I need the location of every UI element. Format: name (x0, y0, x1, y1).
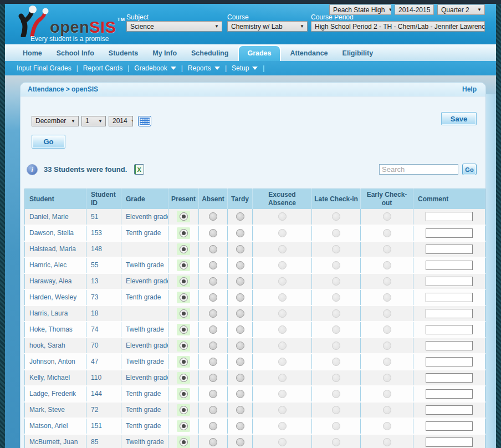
absent-radio[interactable] (209, 212, 217, 221)
tardy-radio[interactable] (236, 277, 244, 286)
comment-input[interactable] (426, 405, 473, 415)
absent-radio[interactable] (209, 342, 217, 350)
tardy-radio[interactable] (236, 245, 244, 253)
tab-attendance[interactable]: Attendance (283, 45, 335, 61)
absent-radio[interactable] (209, 406, 217, 414)
tardy-radio[interactable] (236, 229, 244, 237)
go-button[interactable]: Go (32, 135, 65, 149)
month-select[interactable]: December ▼ (32, 116, 79, 126)
search-input[interactable] (379, 164, 458, 175)
tardy-radio[interactable] (236, 406, 244, 414)
help-link[interactable]: Help (462, 85, 477, 93)
absent-radio[interactable] (209, 374, 217, 382)
present-radio[interactable] (180, 342, 188, 350)
present-radio[interactable] (180, 261, 188, 269)
search-go-button[interactable]: Go (462, 164, 477, 175)
present-radio[interactable] (180, 422, 188, 430)
comment-input[interactable] (426, 212, 473, 221)
present-radio[interactable] (180, 325, 188, 334)
tab-home[interactable]: Home (16, 45, 49, 61)
grade-cell: Twelth grade (121, 354, 168, 370)
excel-export-icon[interactable]: X (134, 164, 144, 175)
subnav-item-report-cards[interactable]: Report Cards (83, 64, 122, 72)
year-select[interactable]: 2014 ▼ (109, 116, 133, 126)
comment-input[interactable] (426, 325, 473, 334)
comment-input[interactable] (426, 389, 473, 399)
present-radio[interactable] (180, 277, 188, 286)
tardy-radio[interactable] (236, 390, 244, 398)
absent-radio[interactable] (209, 422, 217, 430)
absent-radio[interactable] (209, 358, 217, 366)
present-radio[interactable] (180, 390, 188, 398)
comment-input[interactable] (426, 261, 473, 270)
comment-input[interactable] (426, 437, 473, 447)
tardy-radio[interactable] (236, 422, 244, 430)
day-select[interactable]: 1 ▼ (81, 116, 106, 126)
present-radio[interactable] (180, 309, 188, 318)
absent-radio[interactable] (209, 229, 217, 237)
chevron-down-icon: ▼ (98, 119, 103, 124)
tardy-radio[interactable] (236, 374, 244, 382)
absent-radio[interactable] (209, 277, 217, 286)
tab-grades[interactable]: Grades (238, 45, 280, 61)
present-radio[interactable] (180, 229, 188, 237)
chevron-down-icon: ▼ (300, 24, 304, 29)
absent-radio[interactable] (209, 438, 217, 446)
school-year-select[interactable]: 2014-2015 ▼ (395, 4, 434, 15)
absent-radio[interactable] (209, 309, 217, 318)
present-radio[interactable] (180, 358, 188, 366)
subnav-item-reports[interactable]: Reports (188, 64, 220, 72)
comment-input[interactable] (426, 373, 473, 383)
absent-radio[interactable] (209, 293, 217, 302)
tardy-radio[interactable] (236, 358, 244, 366)
tardy-radio[interactable] (236, 309, 244, 318)
absent-radio[interactable] (209, 261, 217, 269)
subnav-item-input-final-grades[interactable]: Input Final Grades (17, 64, 71, 72)
comment-input[interactable] (426, 245, 473, 254)
table-header-row: StudentStudent IDGradePresentAbsentTardy… (25, 189, 485, 209)
present-radio[interactable] (180, 438, 188, 446)
absent-radio[interactable] (209, 390, 217, 398)
early-checkout-radio (383, 422, 391, 430)
subnav-item-gradebook[interactable]: Gradebook (134, 64, 176, 72)
tardy-radio[interactable] (236, 325, 244, 334)
calendar-icon[interactable] (138, 116, 151, 126)
comment-input[interactable] (426, 309, 473, 318)
content-panel: Attendance > openSIS Help December ▼ 1 ▼… (20, 82, 486, 448)
tab-eligibility[interactable]: Eligibility (335, 45, 381, 61)
tardy-radio[interactable] (236, 293, 244, 302)
tab-scheduling[interactable]: Scheduling (184, 45, 236, 61)
present-radio[interactable] (180, 245, 188, 253)
scrollbar-track[interactable] (484, 94, 496, 448)
tab-my-info[interactable]: My Info (145, 45, 184, 61)
subnav-item-setup[interactable]: Setup (232, 64, 258, 72)
comment-input[interactable] (426, 277, 473, 286)
comment-input[interactable] (426, 341, 473, 350)
comment-input[interactable] (426, 293, 473, 302)
tardy-radio[interactable] (236, 261, 244, 269)
date-row: December ▼ 1 ▼ 2014 ▼ Save (32, 114, 477, 128)
tab-school-info[interactable]: School Info (49, 45, 101, 61)
tardy-radio[interactable] (236, 212, 244, 221)
present-radio[interactable] (180, 406, 188, 414)
absent-radio[interactable] (209, 245, 217, 253)
present-radio[interactable] (180, 293, 188, 302)
grade-cell: Tenth grade (121, 402, 168, 418)
comment-input[interactable] (426, 421, 473, 431)
present-radio[interactable] (180, 374, 188, 382)
tardy-radio[interactable] (236, 342, 244, 350)
present-radio[interactable] (180, 212, 188, 221)
column-header-late-check-in: Late Check-in (312, 189, 361, 209)
column-header-grade: Grade (121, 189, 168, 209)
subject-select[interactable]: Science ▼ (126, 21, 222, 32)
school-select[interactable]: Peach State High ▼ (329, 4, 391, 15)
course-select[interactable]: Chemistry w/ Lab ▼ (227, 21, 308, 32)
tab-students[interactable]: Students (101, 45, 145, 61)
save-button[interactable]: Save (441, 112, 477, 125)
tardy-radio[interactable] (236, 438, 244, 446)
absent-radio[interactable] (209, 325, 217, 334)
quarter-select[interactable]: Quarter 2 ▼ (437, 4, 485, 15)
comment-input[interactable] (426, 228, 473, 238)
course-period-select[interactable]: High School Period 2 - TH - Chem/Lab - J… (311, 21, 485, 32)
comment-input[interactable] (426, 357, 473, 366)
